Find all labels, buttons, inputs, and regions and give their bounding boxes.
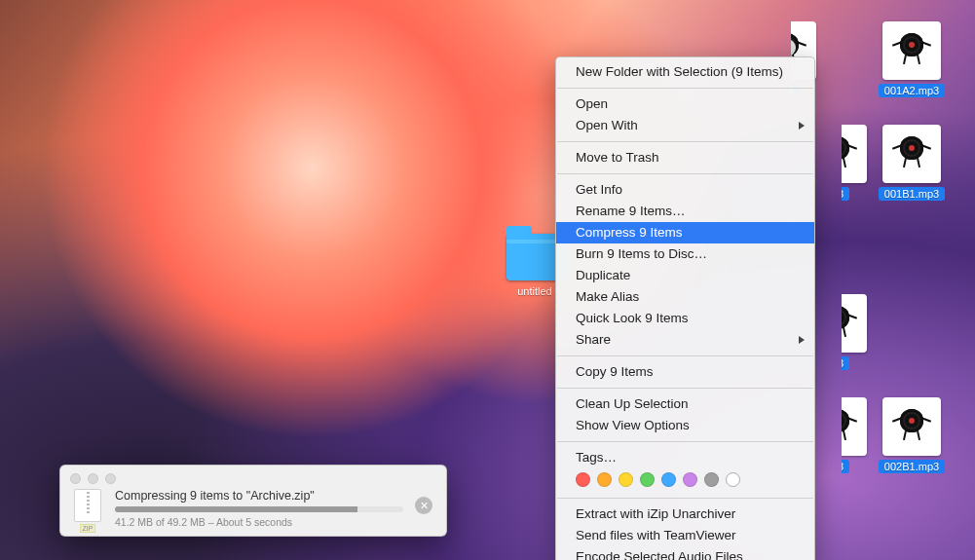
- menu-item-label: Open With: [576, 118, 638, 132]
- progress-status: 41.2 MB of 49.2 MB – About 5 seconds: [115, 516, 403, 528]
- tag-color[interactable]: [576, 472, 590, 487]
- tag-color[interactable]: [704, 472, 719, 487]
- menu-item-label: Extract with iZip Unarchiver: [576, 506, 735, 521]
- menu-item-label: Rename 9 Items…: [576, 204, 686, 218]
- file-thumbnail: [882, 21, 941, 80]
- menu-item-label: Encode Selected Audio Files: [576, 549, 743, 560]
- file-thumbnail: [882, 397, 941, 456]
- menu-item-label: Burn 9 Items to Disc…: [576, 246, 707, 261]
- menu-item-label: Clean Up Selection: [576, 396, 689, 411]
- menu-item[interactable]: Burn 9 Items to Disc…: [556, 243, 814, 265]
- menu-item[interactable]: Tags…: [556, 447, 814, 468]
- menu-item-label: Open: [576, 96, 608, 111]
- menu-item-label: Send files with TeamViewer: [576, 528, 736, 542]
- menu-separator: [557, 388, 813, 389]
- menu-item-label: Get Info: [576, 182, 622, 197]
- menu-item-label: New Folder with Selection (9 Items): [576, 64, 783, 79]
- progress-bar: [115, 506, 403, 512]
- file-label: 002B1.mp3: [879, 460, 945, 473]
- menu-item-label: Copy 9 Items: [576, 364, 654, 379]
- menu-separator: [557, 173, 813, 174]
- desktop-file[interactable]: 001B1.mp3: [877, 125, 947, 201]
- menu-separator: [557, 498, 813, 499]
- menu-item[interactable]: New Folder with Selection (9 Items): [556, 61, 814, 83]
- window-traffic-lights[interactable]: [70, 473, 116, 484]
- folder-label: untitled f: [517, 285, 558, 297]
- menu-separator: [557, 141, 813, 142]
- tag-color[interactable]: [683, 472, 697, 487]
- desktop-file[interactable]: 001A2.mp3: [877, 21, 947, 97]
- menu-item-label: Compress 9 Items: [576, 225, 683, 240]
- menu-item[interactable]: Share: [556, 329, 814, 351]
- minimize-icon[interactable]: [88, 473, 98, 484]
- tag-color[interactable]: [619, 472, 633, 487]
- menu-item[interactable]: Get Info: [556, 179, 814, 201]
- menu-separator: [557, 441, 813, 442]
- menu-item[interactable]: Open With: [556, 115, 814, 136]
- file-label: 001B1.mp3: [879, 187, 945, 201]
- menu-item-label: Make Alias: [576, 289, 639, 304]
- tag-none[interactable]: [726, 472, 740, 487]
- menu-item[interactable]: Open: [556, 93, 814, 115]
- context-menu: New Folder with Selection (9 Items)OpenO…: [555, 56, 815, 560]
- cancel-button[interactable]: ✕: [415, 497, 432, 514]
- tags-row: [556, 468, 814, 493]
- tag-color[interactable]: [661, 472, 676, 487]
- menu-item-label: Quick Look 9 Items: [576, 311, 689, 325]
- tag-color[interactable]: [597, 472, 612, 487]
- tag-color[interactable]: [640, 472, 655, 487]
- compress-progress-window: ZIP Compressing 9 items to "Archive.zip"…: [59, 465, 447, 537]
- menu-item-label: Share: [576, 332, 611, 347]
- menu-item-label: Show View Options: [576, 418, 690, 432]
- chevron-right-icon: [799, 122, 805, 130]
- menu-item-label: Move to Trash: [576, 150, 659, 165]
- menu-item[interactable]: Compress 9 Items: [556, 222, 814, 243]
- close-icon: ✕: [420, 500, 429, 512]
- menu-item[interactable]: Send files with TeamViewer: [556, 525, 814, 546]
- menu-separator: [557, 355, 813, 356]
- menu-item[interactable]: Copy 9 Items: [556, 361, 814, 383]
- menu-item[interactable]: Encode Selected Audio Files: [556, 546, 814, 560]
- file-thumbnail: [882, 125, 941, 183]
- chevron-right-icon: [799, 336, 805, 344]
- close-icon[interactable]: [70, 473, 81, 484]
- progress-title: Compressing 9 items to "Archive.zip": [115, 489, 403, 503]
- menu-item[interactable]: Extract with iZip Unarchiver: [556, 504, 814, 525]
- file-label: 001A2.mp3: [879, 84, 945, 97]
- menu-item[interactable]: Quick Look 9 Items: [556, 308, 814, 329]
- menu-item[interactable]: Duplicate: [556, 265, 814, 286]
- desktop-file[interactable]: 002B1.mp3: [877, 397, 947, 473]
- menu-separator: [557, 88, 813, 89]
- menu-item[interactable]: Show View Options: [556, 415, 814, 436]
- menu-item-label: Duplicate: [576, 268, 630, 282]
- zip-file-icon: ZIP: [72, 489, 103, 528]
- zoom-icon[interactable]: [105, 473, 116, 484]
- menu-item[interactable]: Clean Up Selection: [556, 393, 814, 415]
- menu-item[interactable]: Move to Trash: [556, 147, 814, 168]
- menu-item[interactable]: Make Alias: [556, 286, 814, 308]
- menu-item-label: Tags…: [576, 450, 617, 465]
- menu-item[interactable]: Rename 9 Items…: [556, 201, 814, 222]
